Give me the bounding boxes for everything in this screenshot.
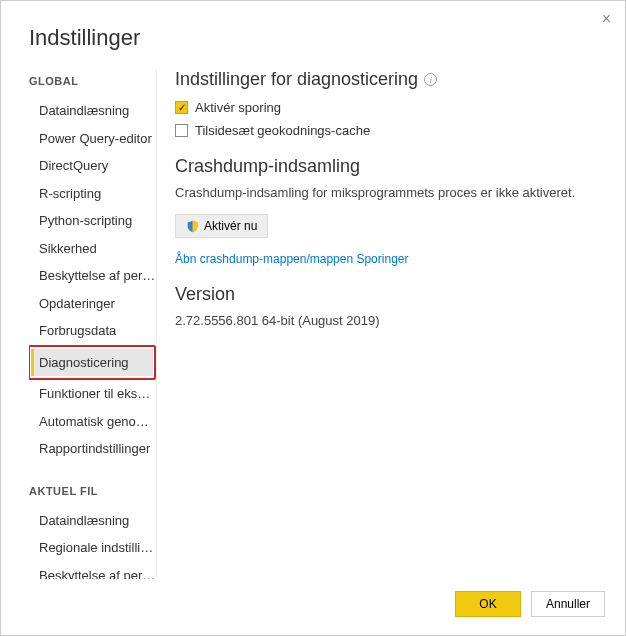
- activate-now-button[interactable]: Aktivér nu: [175, 214, 268, 238]
- dialog-title: Indstillinger: [1, 1, 625, 69]
- bypass-geocoding-row[interactable]: Tilsidesæt geokodnings-cache: [175, 123, 601, 138]
- info-icon[interactable]: i: [424, 73, 437, 86]
- highlighted-selection: Diagnosticering: [29, 345, 156, 381]
- sidebar-item-autorecovery[interactable]: Automatisk genop…: [31, 408, 156, 436]
- enable-tracing-checkbox[interactable]: ✓: [175, 101, 188, 114]
- section-header-current: AKTUEL FIL: [29, 485, 156, 497]
- sidebar-item-privacy[interactable]: Beskyttelse af pers…: [31, 262, 156, 290]
- sidebar-item-updates[interactable]: Opdateringer: [31, 290, 156, 318]
- sidebar-item-security[interactable]: Sikkerhed: [31, 235, 156, 263]
- sidebar-item-diagnostics[interactable]: Diagnosticering: [31, 349, 153, 377]
- crashdump-text: Crashdump-indsamling for miksprogrammets…: [175, 185, 601, 200]
- version-text: 2.72.5556.801 64-bit (August 2019): [175, 313, 601, 328]
- sidebar-item-pythonscripting[interactable]: Python-scripting: [31, 207, 156, 235]
- shield-icon: [186, 220, 199, 233]
- sidebar: GLOBAL Dataindlæsning Power Query-editor…: [29, 69, 157, 579]
- open-crashdump-link[interactable]: Åbn crashdump-mappen/mappen Sporinger: [175, 252, 408, 266]
- section-header-global: GLOBAL: [29, 75, 156, 87]
- sidebar-item-current-regional[interactable]: Regionale indstillin…: [31, 534, 156, 562]
- sidebar-item-directquery[interactable]: DirectQuery: [31, 152, 156, 180]
- main-panel: Indstillinger for diagnosticering i ✓ Ak…: [157, 69, 625, 579]
- sidebar-item-current-privacy[interactable]: Beskyttelse af pers…: [31, 562, 156, 580]
- sidebar-item-rscripting[interactable]: R-scripting: [31, 180, 156, 208]
- dialog-footer: OK Annuller: [1, 579, 625, 635]
- crashdump-heading: Crashdump-indsamling: [175, 156, 601, 177]
- sidebar-item-reportsettings[interactable]: Rapportindstillinger: [31, 435, 156, 463]
- sidebar-item-dataload[interactable]: Dataindlæsning: [31, 97, 156, 125]
- sidebar-item-preview[interactable]: Funktioner til ekse…: [31, 380, 156, 408]
- activate-now-label: Aktivér nu: [204, 219, 257, 233]
- ok-button[interactable]: OK: [455, 591, 521, 617]
- enable-tracing-label: Aktivér sporing: [195, 100, 281, 115]
- diagnostics-heading-text: Indstillinger for diagnosticering: [175, 69, 418, 90]
- version-heading: Version: [175, 284, 601, 305]
- bypass-geocoding-label: Tilsidesæt geokodnings-cache: [195, 123, 370, 138]
- enable-tracing-row[interactable]: ✓ Aktivér sporing: [175, 100, 601, 115]
- sidebar-item-powerquery[interactable]: Power Query-editor: [31, 125, 156, 153]
- sidebar-item-usagedata[interactable]: Forbrugsdata: [31, 317, 156, 345]
- cancel-button[interactable]: Annuller: [531, 591, 605, 617]
- sidebar-item-current-dataload[interactable]: Dataindlæsning: [31, 507, 156, 535]
- bypass-geocoding-checkbox[interactable]: [175, 124, 188, 137]
- close-button[interactable]: ×: [602, 11, 611, 27]
- diagnostics-heading: Indstillinger for diagnosticering i: [175, 69, 601, 90]
